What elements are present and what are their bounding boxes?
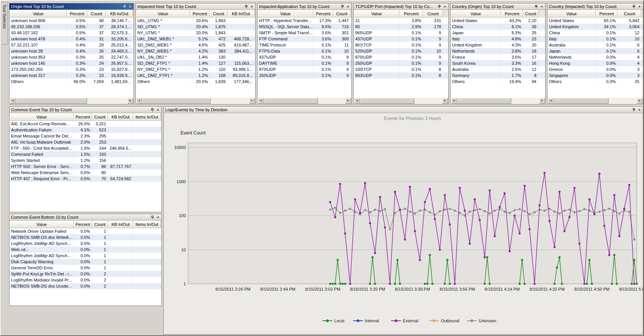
table-row[interactable]: unknown host 1450.3%2426,957.5...: [10, 60, 134, 66]
panel-title-bar[interactable]: Country (Impacted) Top 10 by Count×: [547, 3, 643, 10]
panel-title-bar[interactable]: Logs/Events by Time by Direction ×: [164, 107, 643, 113]
scroll-right-button[interactable]: ►: [637, 98, 642, 104]
table-row[interactable]: TIME Protocol0.1%11: [258, 42, 351, 48]
horizontal-scrollbar[interactable]: ◄►: [10, 98, 133, 104]
close-icon[interactable]: ×: [127, 4, 133, 9]
scrollbar-track[interactable]: [211, 98, 249, 104]
column-header-value[interactable]: Value: [354, 10, 399, 18]
table-row[interactable]: United Kingdom4.3%20: [451, 42, 545, 48]
column-header-percent[interactable]: Percent: [501, 10, 523, 18]
table-row[interactable]: Others96.0%7,0591,481,59...: [10, 78, 134, 85]
scroll-left-button[interactable]: ◄: [258, 98, 264, 104]
legend-item-external[interactable]: External: [391, 318, 418, 323]
table-row[interactable]: 965\UDP0.1%9: [354, 30, 448, 36]
table-row[interactable]: Web cd...0.0%1: [10, 246, 161, 253]
table-row[interactable]: MSSQL - SQL Server Data...8.6%716: [258, 24, 351, 30]
table-row[interactable]: unknown host 8530.3%2522,747.0...: [10, 54, 134, 60]
table-row[interactable]: HTTP - Hypertext Transfer...17.3%1,447: [258, 18, 351, 24]
column-header-percent[interactable]: Percent: [596, 10, 618, 18]
scroll-left-button[interactable]: ◄: [136, 98, 142, 104]
table-row[interactable]: Network Driver Update Failed0.0%1: [10, 228, 161, 234]
table-row[interactable]: FTP Command3.6%300: [258, 36, 351, 42]
table-row[interactable]: Disk Capacity Warning0.0%1: [10, 259, 161, 265]
close-icon[interactable]: ×: [345, 4, 351, 9]
column-header-items-in-out[interactable]: Items In/Out: [133, 221, 161, 228]
scroll-left-button[interactable]: ◄: [451, 98, 457, 104]
scrollbar-thumb[interactable]: [16, 98, 87, 104]
table-row[interactable]: China8.1%39: [451, 24, 545, 30]
tool-selector-tab[interactable]: Tool Selector: [2, 2, 8, 45]
column-header-count[interactable]: Count: [618, 10, 641, 18]
horizontal-scrollbar[interactable]: ◄►: [451, 98, 545, 104]
scroll-right-button[interactable]: ►: [539, 98, 545, 104]
table-row[interactable]: 520\UDP0.1%10: [354, 48, 448, 54]
table-row[interactable]: Greece0.0%3: [547, 66, 643, 72]
close-icon[interactable]: ×: [539, 4, 544, 9]
table-row[interactable]: NY_DMZ_WEB1 *4.2%383384,411...: [136, 48, 255, 54]
table-row[interactable]: United States65.1%5,842: [547, 18, 643, 24]
pin-icon[interactable]: [436, 4, 442, 9]
close-icon[interactable]: ×: [442, 4, 448, 9]
table-row[interactable]: NY_UTM1 *20.0%1,843: [136, 30, 255, 36]
table-row[interactable]: 802.9%178: [354, 24, 448, 30]
close-icon[interactable]: ×: [249, 4, 254, 9]
table-row[interactable]: UKL_DMZ_WEB1 *5.1%472468,728...: [136, 36, 255, 42]
column-header-count[interactable]: Count: [92, 113, 108, 121]
table-row[interactable]: UKL_SN_DB2 *1.4%130: [136, 54, 255, 60]
scrollbar-track[interactable]: [511, 98, 539, 104]
table-row[interactable]: HTTP 503 : Server Error - Serv...0.7%868…: [10, 163, 161, 170]
pin-icon[interactable]: [122, 4, 127, 9]
scroll-right-button[interactable]: ►: [249, 98, 255, 104]
panel-title-bar[interactable]: Impacted Host Top 10 by Count×: [136, 3, 255, 10]
legend-item-internal[interactable]: Internal: [353, 318, 379, 323]
table-row[interactable]: SpWr-Put KeyLgr RnTm Det - i...0.0%2: [10, 271, 161, 277]
table-row[interactable]: unknown host 280.4%2624,469.3...: [10, 48, 134, 54]
table-row[interactable]: China0.1%12: [547, 30, 643, 36]
pin-icon[interactable]: [150, 107, 155, 112]
close-icon[interactable]: ×: [155, 107, 161, 112]
table-row[interactable]: Netherlands0.0%4: [547, 54, 643, 60]
legend-item-local[interactable]: Local: [322, 318, 344, 323]
scroll-right-button[interactable]: ►: [127, 98, 133, 104]
table-row[interactable]: 861\TCP0.1%9: [354, 42, 448, 48]
column-header-count[interactable]: Count: [210, 10, 227, 18]
panel-title-bar[interactable]: Origin Host Top 10 by Count×: [10, 3, 134, 10]
table-row[interactable]: AIE: Int:Susp:Malware Outbreak2.0%253: [10, 139, 161, 145]
table-row[interactable]: 250\UDP0.1%9: [354, 60, 448, 66]
column-header-value[interactable]: Value: [10, 221, 74, 228]
table-row[interactable]: FTPS-Data0.1%10: [258, 48, 351, 54]
column-header-percent[interactable]: Percent: [74, 113, 92, 121]
table-row[interactable]: 173.250.242.2500.3%2315,927.9...: [10, 66, 134, 72]
pin-icon[interactable]: [243, 4, 249, 9]
table-row[interactable]: United Kingdom34.1%3,064: [547, 24, 643, 30]
table-row[interactable]: LogRhythm JobMgr AD Synch...0.0%1: [10, 253, 161, 259]
table-row[interactable]: SD_DMZ_WEB1 *4.6%425419,487...: [136, 42, 255, 48]
column-header-value[interactable]: Value: [258, 10, 313, 18]
horizontal-scrollbar[interactable]: ◄►: [136, 98, 255, 104]
column-header-percent[interactable]: Percent: [399, 10, 423, 18]
pin-icon[interactable]: [631, 4, 636, 9]
table-row[interactable]: 870\UDP0.1%9: [258, 66, 351, 72]
table-row[interactable]: Japan0.1%6: [547, 48, 643, 54]
close-icon[interactable]: ×: [155, 215, 161, 220]
column-header-kb-in-out[interactable]: KB In/Out: [227, 10, 254, 18]
table-row[interactable]: United States43.2%2,10: [451, 18, 545, 24]
pin-icon[interactable]: [533, 4, 539, 9]
table-row[interactable]: Others20.0%1,839177,346...: [136, 78, 255, 85]
scroll-right-button[interactable]: ►: [345, 98, 351, 104]
table-row[interactable]: Web Netscape Enterprise Serv...0.6%80: [10, 170, 161, 176]
table-row[interactable]: 870\UDP0.1%9: [354, 54, 448, 60]
legend-item-unknown[interactable]: Unknown: [467, 318, 496, 323]
table-row[interactable]: NY_DMZ_FTP1 *1.2%11093,989.1...: [136, 66, 255, 72]
table-row[interactable]: 95.233.188.2060.5%3728,374.1...: [10, 24, 134, 30]
table-row[interactable]: Australia0.1%6: [547, 42, 643, 48]
column-header-value[interactable]: Value: [547, 10, 596, 18]
column-header-kb-in-out[interactable]: KB In/Out: [106, 10, 133, 18]
scrollbar-thumb[interactable]: [264, 98, 318, 104]
table-row[interactable]: unknown host 4780.4%3133,205.6...: [10, 36, 134, 42]
scroll-left-button[interactable]: ◄: [10, 98, 16, 104]
table-row[interactable]: Australia2.5%12: [451, 66, 545, 72]
table-row[interactable]: LogRhythm JobMgr AD Synch...0.0%1: [10, 240, 161, 246]
table-row[interactable]: unknown host 8080.5%4038,146.7...: [10, 18, 134, 24]
table-row[interactable]: Command Failed1.5%193: [10, 151, 161, 157]
